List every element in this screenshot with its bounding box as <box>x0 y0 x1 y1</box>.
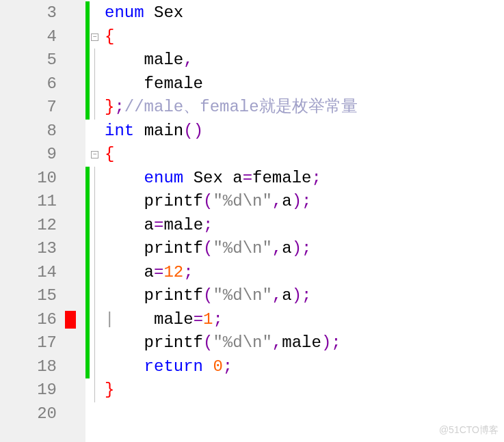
fold-cell[interactable] <box>90 120 102 143</box>
code-line[interactable]: { <box>105 25 504 49</box>
fold-guide-line <box>94 167 95 191</box>
token-comma: , <box>272 286 282 305</box>
token-semicolon: ; <box>311 169 321 187</box>
marker-cell[interactable] <box>65 25 85 49</box>
token-comma: , <box>272 192 282 210</box>
fold-cell[interactable] <box>90 96 102 120</box>
marker-cell[interactable] <box>65 49 85 72</box>
code-line[interactable]: printf("%d\n",male); <box>105 331 504 355</box>
token-fn: printf <box>144 192 203 210</box>
token-kw: enum <box>144 169 184 187</box>
fold-guide-line <box>94 378 95 402</box>
code-line[interactable]: a=male; <box>105 214 504 238</box>
code-line[interactable]: female <box>105 72 504 96</box>
marker-cell[interactable] <box>65 190 85 214</box>
token-semicolon: ; <box>302 286 311 305</box>
marker-cell[interactable] <box>65 143 85 167</box>
line-number: 15 <box>0 284 65 308</box>
fold-cell[interactable] <box>90 402 102 426</box>
fold-cell[interactable] <box>90 261 102 285</box>
fold-cell[interactable] <box>90 214 102 238</box>
code-line[interactable]: enum Sex a=female; <box>105 167 504 191</box>
fold-cell[interactable] <box>90 49 102 72</box>
token-id: a <box>282 239 291 258</box>
marker-cell[interactable] <box>65 261 85 285</box>
fold-cell[interactable] <box>90 284 102 308</box>
marker-cell[interactable] <box>65 331 85 355</box>
code-line[interactable]: printf("%d\n",a); <box>105 237 504 261</box>
fold-cell[interactable] <box>90 237 102 261</box>
token-kw: int <box>105 122 134 140</box>
fold-cell[interactable] <box>90 331 102 355</box>
token-id: male <box>282 333 321 352</box>
marker-cell[interactable] <box>65 1 85 25</box>
marker-cell[interactable] <box>65 284 85 308</box>
token-num: 0 <box>213 357 222 376</box>
token-type: Sex <box>154 3 183 22</box>
line-number-gutter: 34567891011121314151617181920 <box>0 0 65 442</box>
marker-cell[interactable] <box>65 308 85 332</box>
fold-cell[interactable] <box>90 355 102 379</box>
breakpoint-margin[interactable] <box>65 0 85 442</box>
line-number: 9 <box>0 143 65 167</box>
code-line[interactable]: printf("%d\n",a); <box>105 190 504 214</box>
fold-cell[interactable] <box>90 190 102 214</box>
fold-cell[interactable] <box>90 378 102 402</box>
fold-cell[interactable] <box>90 308 102 332</box>
line-number: 5 <box>0 49 65 72</box>
fold-guide-line <box>94 284 95 308</box>
token-fn: printf <box>144 333 203 352</box>
token-fn: main <box>144 122 184 140</box>
code-line[interactable]: printf("%d\n",a); <box>105 284 504 308</box>
code-line[interactable]: male, <box>105 49 504 72</box>
token-str: "%d\n" <box>213 333 271 352</box>
token-paren: ( <box>203 286 213 305</box>
token-semicolon: ; <box>114 98 124 116</box>
token-fn: printf <box>144 239 203 258</box>
code-line[interactable]: };//male、female就是枚举常量 <box>105 96 504 120</box>
marker-cell[interactable] <box>65 167 85 191</box>
marker-cell[interactable] <box>65 355 85 379</box>
fold-margin[interactable]: −− <box>90 0 102 442</box>
fold-guide-line <box>94 308 95 332</box>
token-paren: ( <box>203 192 213 210</box>
line-number: 4 <box>0 25 65 49</box>
fold-collapse-icon[interactable]: − <box>91 151 98 158</box>
marker-cell[interactable] <box>65 214 85 238</box>
marker-cell[interactable] <box>65 237 85 261</box>
token-brace-open: { <box>105 145 114 163</box>
token-id: female <box>144 74 203 93</box>
marker-cell[interactable] <box>65 96 85 120</box>
fold-cell[interactable] <box>90 167 102 191</box>
token-brace-close: } <box>105 381 114 399</box>
token-num: 1 <box>203 310 213 329</box>
code-line[interactable]: } <box>105 378 504 402</box>
line-number: 13 <box>0 237 65 261</box>
code-line[interactable]: enum Sex <box>105 1 504 25</box>
code-line[interactable] <box>105 402 504 426</box>
fold-cell[interactable] <box>90 72 102 96</box>
fold-cell[interactable]: − <box>90 25 102 49</box>
marker-cell[interactable] <box>65 378 85 402</box>
code-line[interactable]: a=12; <box>105 261 504 285</box>
code-line[interactable]: return 0; <box>105 355 504 379</box>
token-kw: return <box>144 357 203 376</box>
code-line[interactable]: { <box>105 143 504 167</box>
code-area[interactable]: enum Sex{ male, female};//male、female就是枚… <box>102 0 504 442</box>
fold-cell[interactable]: − <box>90 143 102 167</box>
marker-cell[interactable] <box>65 72 85 96</box>
fold-guide-line <box>94 214 95 238</box>
line-number: 7 <box>0 96 65 120</box>
code-line[interactable]: int main() <box>105 120 504 143</box>
line-number: 11 <box>0 190 65 214</box>
fold-guide-line <box>94 261 95 285</box>
fold-guide-line <box>94 331 95 355</box>
line-number: 18 <box>0 355 65 379</box>
fold-cell[interactable] <box>90 1 102 25</box>
marker-cell[interactable] <box>65 402 85 426</box>
fold-collapse-icon[interactable]: − <box>91 33 98 41</box>
marker-cell[interactable] <box>65 120 85 143</box>
token-id: female <box>252 169 311 187</box>
fold-guide-line <box>94 72 95 96</box>
code-line[interactable]: | male=1; <box>105 308 504 332</box>
